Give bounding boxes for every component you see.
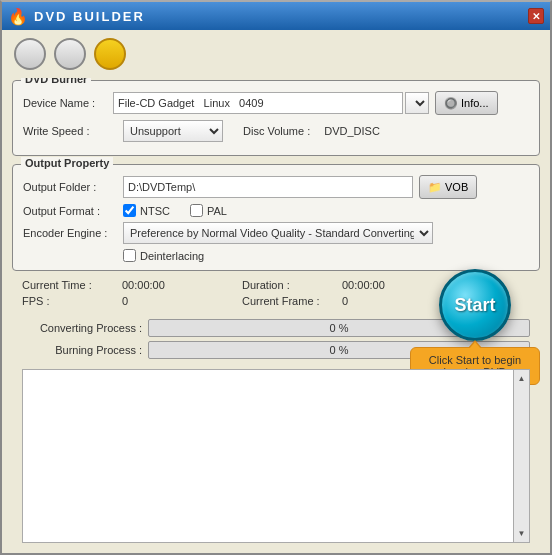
converting-label: Converting Process : [22, 322, 142, 334]
scroll-up-arrow[interactable]: ▲ [516, 372, 528, 385]
write-speed-dropdown[interactable]: Unsupport [123, 120, 223, 142]
log-scrollbar[interactable]: ▲ ▼ [513, 370, 529, 542]
pal-checkbox[interactable] [190, 204, 203, 217]
vob-button-label: VOB [445, 181, 468, 193]
output-folder-label: Output Folder : [23, 181, 123, 193]
encoder-engine-row: Encoder Engine : Preference by Normal Vi… [23, 222, 529, 244]
ntsc-checkbox-item[interactable]: NTSC [123, 204, 170, 217]
dvd-burner-content: Device Name : ▼ 🔘 Info... Write Speed : … [23, 91, 529, 142]
current-time-label: Current Time : [22, 279, 122, 291]
folder-icon: 📁 [428, 181, 442, 194]
tooltip-arrow-inner [469, 342, 481, 349]
close-button[interactable]: ✕ [528, 8, 544, 24]
info-button-label: Info... [461, 97, 489, 109]
output-property-title: Output Property [21, 157, 113, 169]
write-speed-row: Write Speed : Unsupport Disc Volume : DV… [23, 120, 529, 142]
fps-value: 0 [122, 295, 242, 307]
window-btn-2[interactable] [54, 38, 86, 70]
ntsc-label: NTSC [140, 205, 170, 217]
deinterlace-checkbox[interactable] [123, 249, 136, 262]
fps-label: FPS : [22, 295, 122, 307]
output-format-row: Output Format : NTSC PAL [23, 204, 529, 217]
dvd-burner-title: DVD Burner [21, 78, 91, 85]
start-label: Start [454, 295, 495, 316]
deinterlace-row: Deinterlacing [23, 249, 529, 262]
titlebar-left: 🔥 DVD BUILDER [8, 7, 145, 26]
current-time-value: 00:00:00 [122, 279, 242, 291]
info-icon: 🔘 [444, 97, 458, 110]
output-format-label: Output Format : [23, 205, 123, 217]
encoder-label: Encoder Engine : [23, 227, 123, 239]
device-label: Device Name : [23, 97, 113, 109]
window-btn-1[interactable] [14, 38, 46, 70]
device-dropdown[interactable]: ▼ [405, 92, 429, 114]
window-btn-3[interactable] [94, 38, 126, 70]
output-property-content: Output Folder : 📁 VOB Output Format : NT… [23, 175, 529, 262]
scroll-down-arrow[interactable]: ▼ [516, 527, 528, 540]
disc-volume-value: DVD_DISC [324, 125, 380, 137]
output-folder-row: Output Folder : 📁 VOB [23, 175, 529, 199]
flame-icon: 🔥 [8, 7, 28, 26]
bottom-area: Converting Process : 0 % Burning Process… [12, 319, 540, 543]
log-area: ▲ ▼ [22, 369, 530, 543]
window-title: DVD BUILDER [34, 9, 145, 24]
dvd-burner-group: DVD Burner Device Name : ▼ 🔘 Info... [12, 80, 540, 156]
disc-volume-label: Disc Volume : [243, 125, 310, 137]
progress-and-start: Converting Process : 0 % Burning Process… [12, 319, 540, 363]
info-button[interactable]: 🔘 Info... [435, 91, 498, 115]
format-checkbox-group: NTSC PAL [123, 204, 227, 217]
output-property-group: Output Property Output Folder : 📁 VOB Ou… [12, 164, 540, 271]
burning-label: Burning Process : [22, 344, 142, 356]
device-input[interactable] [113, 92, 403, 114]
encoder-dropdown[interactable]: Preference by Normal Video Quality - Sta… [123, 222, 433, 244]
titlebar: 🔥 DVD BUILDER ✕ [2, 2, 550, 30]
start-button[interactable]: Start [439, 269, 511, 341]
main-window: 🔥 DVD BUILDER ✕ DVD Burner Device Name :… [0, 0, 552, 555]
vob-button[interactable]: 📁 VOB [419, 175, 477, 199]
deinterlace-label: Deinterlacing [140, 250, 204, 262]
device-row: Device Name : ▼ 🔘 Info... [23, 91, 529, 115]
converting-percent: 0 % [330, 322, 349, 334]
main-content: DVD Burner Device Name : ▼ 🔘 Info... [2, 78, 550, 553]
duration-label: Duration : [242, 279, 342, 291]
window-buttons-row [2, 30, 550, 78]
pal-label: PAL [207, 205, 227, 217]
pal-checkbox-item[interactable]: PAL [190, 204, 227, 217]
output-folder-input[interactable] [123, 176, 413, 198]
burning-percent: 0 % [330, 344, 349, 356]
ntsc-checkbox[interactable] [123, 204, 136, 217]
write-label: Write Speed : [23, 125, 113, 137]
current-frame-label: Current Frame : [242, 295, 342, 307]
